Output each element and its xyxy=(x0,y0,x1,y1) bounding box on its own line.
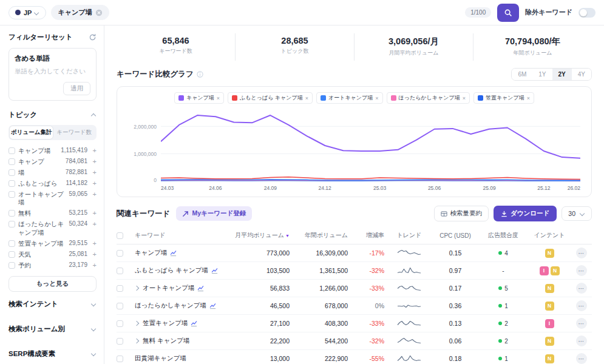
select-all-checkbox[interactable] xyxy=(117,232,123,239)
add-topic-icon[interactable]: + xyxy=(90,158,97,165)
add-topic-icon[interactable]: + xyxy=(90,147,97,154)
checkbox[interactable] xyxy=(8,251,15,258)
sidebar-section-search-volume[interactable]: 検索ボリューム別 xyxy=(8,317,97,342)
checkbox[interactable] xyxy=(8,221,15,228)
topic-item[interactable]: 笠置キャンプ場29,515+ xyxy=(8,238,97,249)
legend-item[interactable]: キャンプ場× xyxy=(174,92,224,104)
col-cpc[interactable]: CPC (USD) xyxy=(434,232,477,239)
checkbox[interactable] xyxy=(8,158,15,165)
checkbox[interactable] xyxy=(8,210,15,217)
row-checkbox[interactable] xyxy=(117,303,123,309)
row-checkbox[interactable] xyxy=(117,338,123,345)
col-monthly-volume[interactable]: 月平均ボリューム▼ xyxy=(234,231,290,240)
legend-item[interactable]: 笠置キャンプ場× xyxy=(473,92,534,104)
search-button[interactable] xyxy=(497,4,519,22)
row-checkbox[interactable] xyxy=(117,356,123,362)
row-actions-button[interactable]: ⋯ xyxy=(576,353,587,364)
row-checkbox[interactable] xyxy=(117,268,123,274)
checkbox[interactable] xyxy=(8,180,15,187)
register-my-keyword-button[interactable]: Myキーワード登録 xyxy=(176,206,252,221)
legend-item[interactable]: オートキャンプ場× xyxy=(316,92,383,104)
keyword-chart-icon[interactable] xyxy=(170,250,177,257)
row-actions-button[interactable]: ⋯ xyxy=(576,265,587,276)
range-1y[interactable]: 1Y xyxy=(532,69,552,80)
topic-item[interactable]: キャンプ784,081+ xyxy=(8,156,97,167)
keyword-chart-icon[interactable] xyxy=(191,320,197,327)
row-actions-button[interactable]: ⋯ xyxy=(576,318,587,329)
topic-section-header[interactable]: トピック xyxy=(8,110,97,120)
topic-item[interactable]: ふもとっぱら114,182+ xyxy=(8,178,97,189)
checkbox[interactable] xyxy=(8,240,15,247)
col-intent[interactable]: インテント xyxy=(530,231,569,240)
legend-item[interactable]: ほったらかしキャンプ場× xyxy=(387,92,470,104)
legend-remove-icon[interactable]: × xyxy=(375,95,378,101)
keyword-chart-icon[interactable] xyxy=(211,268,218,274)
include-words-input[interactable]: 単語を入力してください xyxy=(15,67,90,76)
legend-remove-icon[interactable]: × xyxy=(527,95,530,101)
keyword-text[interactable]: 無料 キャンプ場 xyxy=(143,337,189,345)
topic-item[interactable]: 場782,881+ xyxy=(8,167,97,178)
add-topic-icon[interactable]: + xyxy=(90,209,97,217)
sidebar-section-serp[interactable]: SERP構成要素 xyxy=(8,342,97,364)
add-topic-icon[interactable]: + xyxy=(90,220,97,228)
keyword-text[interactable]: 笠置キャンプ場 xyxy=(143,319,188,328)
keyword-text[interactable]: 田貫湖キャンプ場 xyxy=(135,354,186,363)
sidebar-section-search-intent[interactable]: 検索インテント xyxy=(8,292,97,317)
range-4y[interactable]: 4Y xyxy=(572,69,591,80)
checkbox[interactable] xyxy=(8,169,15,176)
row-checkbox[interactable] xyxy=(117,285,123,292)
row-actions-button[interactable]: ⋯ xyxy=(576,300,587,311)
add-topic-icon[interactable]: + xyxy=(90,251,97,258)
add-topic-icon[interactable]: + xyxy=(90,169,97,176)
checkbox[interactable] xyxy=(8,262,15,269)
topic-item[interactable]: 予約23,179+ xyxy=(8,260,97,271)
keyword-text[interactable]: オートキャンプ場 xyxy=(143,284,194,292)
add-topic-icon[interactable]: + xyxy=(90,190,97,198)
range-2y[interactable]: 2Y xyxy=(552,69,572,80)
add-topic-icon[interactable]: + xyxy=(90,180,97,187)
tab-keyword-count[interactable]: キーワード数 xyxy=(53,126,95,139)
keyword-chart-icon[interactable] xyxy=(209,303,216,309)
legend-remove-icon[interactable]: × xyxy=(463,95,466,101)
filter-reset-button[interactable]: フィルターリセット xyxy=(8,33,73,42)
topic-item[interactable]: 無料53,215+ xyxy=(8,208,97,219)
download-button[interactable]: ダウンロード xyxy=(494,206,557,221)
row-checkbox[interactable] xyxy=(117,320,123,327)
legend-remove-icon[interactable]: × xyxy=(305,95,308,101)
col-yearly-volume[interactable]: 年間ボリューム xyxy=(292,231,348,240)
tab-volume-sum[interactable]: ボリューム集計 xyxy=(10,126,53,139)
keyword-chip[interactable]: キャンプ場 xyxy=(51,5,109,20)
keyword-text[interactable]: ほったらかしキャンプ場 xyxy=(135,302,206,310)
legend-remove-icon[interactable]: × xyxy=(217,95,220,101)
add-topic-icon[interactable]: + xyxy=(90,261,97,269)
exclude-keywords-toggle[interactable] xyxy=(579,8,596,18)
row-actions-button[interactable]: ⋯ xyxy=(576,248,587,258)
show-more-button[interactable]: もっと見る xyxy=(8,276,97,292)
row-checkbox[interactable] xyxy=(117,250,123,257)
topic-item[interactable]: オートキャンプ場59,065+ xyxy=(8,189,97,208)
col-ad-competition[interactable]: 広告競合度 xyxy=(479,231,528,240)
checkbox[interactable] xyxy=(8,147,15,154)
col-keyword[interactable]: キーワード xyxy=(135,231,231,240)
keyword-chart-icon[interactable] xyxy=(197,285,204,292)
row-actions-button[interactable]: ⋯ xyxy=(576,283,587,294)
range-6m[interactable]: 6M xyxy=(512,69,532,80)
col-change-rate[interactable]: 増減率 xyxy=(350,231,384,240)
search-volume-summary-button[interactable]: 検索量要約 xyxy=(434,206,489,221)
keyword-text[interactable]: キャンプ場 xyxy=(135,249,167,257)
checkbox[interactable] xyxy=(8,191,15,198)
topic-item[interactable]: 天気25,081+ xyxy=(8,249,97,260)
country-selector[interactable]: JP xyxy=(8,6,46,19)
page-size-select[interactable]: 30 xyxy=(562,206,592,221)
reset-icon[interactable] xyxy=(89,33,97,41)
remove-keyword-icon[interactable] xyxy=(95,9,103,16)
expand-row-icon[interactable] xyxy=(135,339,139,343)
apply-button[interactable]: 適用 xyxy=(63,82,90,95)
topic-item[interactable]: キャンプ場1,115,419+ xyxy=(8,145,97,156)
keyword-text[interactable]: ふもとっぱら キャンプ場 xyxy=(135,266,208,275)
expand-row-icon[interactable] xyxy=(135,321,139,326)
legend-item[interactable]: ふもとっぱら キャンプ場× xyxy=(228,92,313,104)
expand-row-icon[interactable] xyxy=(135,286,139,291)
row-actions-button[interactable]: ⋯ xyxy=(576,335,587,346)
topic-item[interactable]: ほったらかしキャンプ場50,324+ xyxy=(8,219,97,238)
